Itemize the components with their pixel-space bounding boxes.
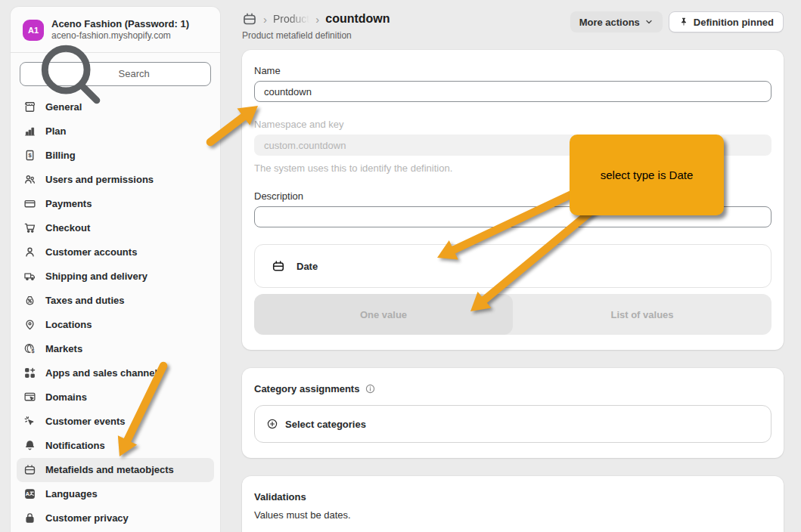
sidebar-item-customer-privacy[interactable]: Customer privacy — [17, 506, 214, 530]
browser-icon — [23, 391, 36, 404]
more-actions-button[interactable]: More actions — [570, 11, 663, 32]
truck-icon — [23, 270, 36, 283]
description-input[interactable] — [254, 206, 772, 227]
info-icon[interactable] — [365, 383, 376, 394]
svg-text:$: $ — [28, 152, 32, 159]
sidebar-item-label: Notifications — [45, 440, 105, 451]
tax-bag-icon — [23, 294, 36, 307]
validations-subtitle: Values must be dates. — [254, 509, 772, 521]
category-assignments-title: Category assignments — [254, 383, 359, 394]
sidebar-item-markets[interactable]: $ Markets — [17, 337, 214, 361]
sidebar-item-label: Markets — [45, 343, 82, 354]
map-pin-icon — [23, 318, 36, 331]
namespace-label: Namespace and key — [254, 119, 772, 130]
validations-card: Validations Values must be dates. Minimu… — [242, 476, 784, 532]
globe-dollar-icon: $ — [23, 342, 36, 355]
billing-icon: $ — [23, 149, 36, 162]
sidebar-item-label: Checkout — [45, 222, 90, 234]
sidebar-item-billing[interactable]: $ Billing — [17, 144, 214, 168]
sidebar-item-plan[interactable]: Plan — [17, 119, 214, 144]
chevron-right-icon: › — [315, 14, 319, 25]
sidebar-item-label: Customer events — [45, 416, 125, 427]
sidebar-item-customer-accounts[interactable]: Customer accounts — [17, 240, 214, 264]
namespace-input — [254, 135, 772, 156]
store-name: Aceno Fashion (Password: 1) — [51, 18, 189, 30]
sidebar-item-label: Shipping and delivery — [45, 271, 147, 282]
sidebar-item-label: Domains — [45, 391, 87, 403]
page-subtitle: Product metafield definition — [242, 30, 390, 41]
chevron-right-icon: › — [263, 14, 267, 25]
apps-grid-icon — [23, 367, 36, 379]
metafields-icon — [23, 463, 36, 476]
metafields-icon — [242, 11, 257, 26]
sidebar-item-label: Metafields and metaobjects — [45, 464, 174, 475]
one-value-segment[interactable]: One value — [254, 294, 513, 335]
svg-text:$: $ — [31, 348, 34, 355]
select-categories-label: Select categories — [285, 419, 366, 430]
sidebar-item-label: General — [45, 101, 82, 113]
sidebar-item-label: Payments — [45, 198, 92, 209]
plus-circle-icon — [266, 418, 278, 430]
settings-nav: General Plan $ Billing Users and permiss… — [11, 92, 220, 532]
definition-card: Name Namespace and key The system uses t… — [242, 50, 784, 350]
person-icon — [23, 246, 36, 258]
sidebar-item-label: Customer privacy — [45, 512, 129, 524]
sidebar-item-customer-events[interactable]: Customer events — [17, 410, 214, 434]
more-actions-label: More actions — [579, 17, 640, 28]
name-label: Name — [254, 65, 772, 76]
sidebar-item-notifications[interactable]: Notifications — [17, 434, 214, 458]
list-of-values-segment[interactable]: List of values — [513, 294, 772, 335]
definition-pinned-label: Definition pinned — [694, 17, 774, 28]
definition-pinned-button[interactable]: Definition pinned — [669, 11, 784, 32]
select-categories-button[interactable]: Select categories — [254, 405, 772, 443]
sidebar-item-label: Languages — [45, 488, 98, 500]
sidebar-item-label: Billing — [45, 150, 76, 161]
sidebar-item-shipping-and-delivery[interactable]: Shipping and delivery — [17, 264, 214, 289]
cart-icon — [23, 221, 36, 234]
sidebar-item-locations[interactable]: Locations — [17, 313, 214, 337]
type-label: Date — [296, 261, 318, 272]
sidebar-item-apps-and-sales-channels[interactable]: Apps and sales channels — [17, 361, 214, 385]
sidebar-item-domains[interactable]: Domains — [17, 385, 214, 410]
category-assignments-card: Category assignments Select categories — [242, 368, 784, 458]
sidebar-item-label: Taxes and duties — [45, 295, 125, 306]
sidebar-item-label: Locations — [45, 319, 92, 330]
sidebar-search[interactable] — [20, 62, 211, 86]
sidebar-item-label: Apps and sales channels — [45, 367, 163, 379]
breadcrumb-parent[interactable]: Product — [273, 13, 309, 25]
pin-icon — [678, 17, 689, 27]
type-selector-date[interactable]: Date — [254, 244, 772, 288]
sidebar-item-languages[interactable]: A Languages — [17, 482, 214, 506]
plan-icon — [23, 125, 36, 138]
sidebar-item-checkout[interactable]: Checkout — [17, 216, 214, 240]
page-header: › Product › countdown Product metafield … — [242, 0, 784, 41]
search-input[interactable] — [119, 68, 203, 79]
lock-icon — [23, 512, 36, 524]
sidebar-item-users-and-permissions[interactable]: Users and permissions — [17, 168, 214, 192]
calendar-icon — [272, 259, 285, 273]
store-icon — [23, 101, 36, 113]
name-input[interactable] — [254, 81, 772, 102]
main-content: › Product › countdown Product metafield … — [242, 0, 784, 532]
bell-icon — [23, 439, 36, 452]
settings-sidebar: A1 Aceno Fashion (Password: 1) aceno-fas… — [10, 6, 221, 532]
sidebar-item-metafields-and-metaobjects[interactable]: Metafields and metaobjects — [17, 458, 214, 482]
description-label: Description — [254, 190, 772, 202]
payments-icon — [23, 197, 36, 210]
namespace-help-text: The system uses this to identify the def… — [254, 162, 772, 174]
translate-icon: A — [23, 487, 36, 500]
svg-text:A: A — [26, 491, 30, 498]
page-title: countdown — [325, 12, 390, 26]
value-count-segmented-control: One value List of values — [254, 294, 772, 335]
sidebar-item-label: Plan — [45, 125, 66, 137]
chevron-down-icon — [644, 17, 654, 26]
sidebar-item-label: Customer accounts — [45, 246, 137, 258]
sidebar-item-taxes-and-duties[interactable]: Taxes and duties — [17, 289, 214, 313]
sidebar-item-label: Users and permissions — [45, 174, 154, 185]
validations-title: Validations — [254, 491, 772, 503]
sidebar-item-payments[interactable]: Payments — [17, 192, 214, 216]
users-icon — [23, 173, 36, 186]
cursor-spark-icon — [23, 415, 36, 428]
breadcrumb: › Product › countdown — [242, 11, 390, 26]
